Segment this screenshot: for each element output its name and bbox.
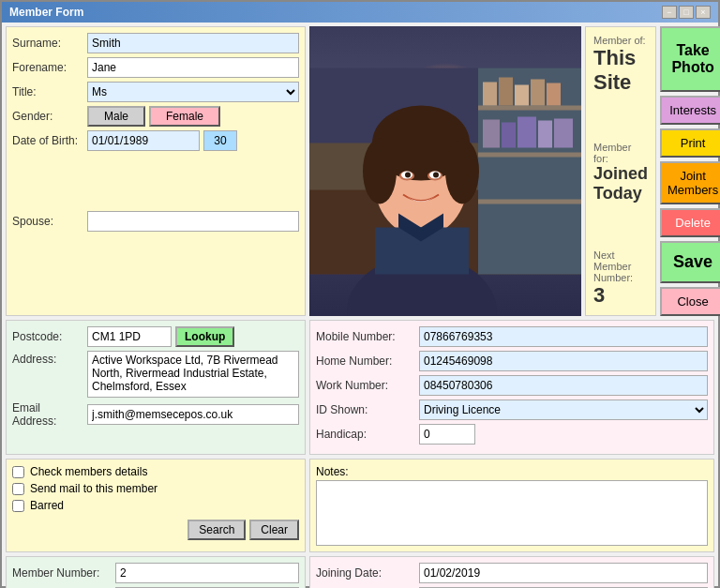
titlebar-buttons: − □ × (662, 6, 711, 19)
handicap-row: Handicap: (316, 424, 708, 445)
svg-point-21 (363, 139, 397, 204)
title-row: Title: MsMrMrsMissDr (12, 82, 299, 102)
member-site: This Site (593, 46, 648, 95)
forename-input[interactable] (87, 57, 299, 78)
svg-rect-5 (478, 153, 581, 158)
action-buttons: Search Clear (12, 520, 299, 540)
member-details-panel: Member Number: Card Number: Membership T… (6, 556, 306, 588)
check2-row: Send mail to this member (12, 482, 299, 495)
contact-panel: Mobile Number: Home Number: Work Number:… (309, 320, 714, 455)
email-input[interactable] (87, 404, 299, 425)
notes-label: Notes: (316, 465, 708, 478)
next-member-label: Next Member Number: (593, 249, 648, 283)
maximize-button[interactable]: □ (679, 6, 694, 19)
forename-label: Forename: (12, 61, 87, 74)
svg-rect-11 (547, 83, 561, 106)
notes-textarea[interactable] (316, 480, 708, 546)
joint-members-button[interactable]: Joint Members (660, 161, 720, 204)
interests-button[interactable]: Interests (660, 96, 720, 125)
mobile-input[interactable] (419, 326, 708, 347)
address-row: Address: Active Workspace Ltd, 7B Riverm… (12, 351, 299, 398)
member-info-panel: Member of: This Site Member for: Joined … (585, 26, 656, 316)
joining-date-row: Joining Date: (316, 563, 708, 583)
svg-point-28 (433, 173, 439, 178)
middle-section: Postcode: Lookup Address: Active Workspa… (6, 320, 714, 455)
forename-row: Forename: (12, 57, 299, 78)
check-barred-checkbox[interactable] (12, 500, 24, 512)
print-button[interactable]: Print (660, 128, 720, 158)
id-select[interactable]: Driving LicencePassportOther (419, 400, 708, 420)
title-select[interactable]: MsMrMrsMissDr (87, 82, 299, 102)
work-input[interactable] (419, 375, 708, 396)
check3-row: Barred (12, 499, 299, 512)
female-button[interactable]: Female (149, 106, 220, 127)
address-textarea[interactable]: Active Workspace Ltd, 7B Rivermead North… (87, 351, 299, 398)
search-button[interactable]: Search (188, 520, 246, 540)
email-row: Email Address: (12, 401, 299, 428)
svg-rect-9 (515, 85, 529, 106)
work-label: Work Number: (316, 379, 419, 392)
right-buttons-panel: Take Photo Interests Print Joint Members… (660, 26, 720, 316)
member-number-input[interactable] (115, 563, 299, 583)
check3-label: Barred (30, 499, 64, 512)
member-for-label: Member for: (593, 142, 648, 164)
take-photo-button[interactable]: Take Photo (660, 26, 720, 92)
title-label: Title: (12, 85, 87, 98)
svg-rect-8 (499, 78, 513, 106)
svg-point-22 (445, 139, 479, 204)
spouse-input[interactable] (87, 211, 299, 232)
check2-label: Send mail to this member (30, 482, 158, 495)
surname-input[interactable] (87, 33, 299, 53)
minimize-button[interactable]: − (662, 6, 677, 19)
home-label: Home Number: (316, 354, 419, 368)
email-label: Email Address: (12, 401, 87, 428)
member-photo (309, 26, 581, 316)
id-row: ID Shown: Driving LicencePassportOther (316, 400, 708, 420)
photo-spacer (12, 155, 299, 211)
mobile-row: Mobile Number: (316, 326, 708, 347)
address-label: Address: (12, 351, 87, 366)
close-button[interactable]: × (696, 6, 711, 19)
top-section: Surname: Forename: Title: MsMrMrsMissDr … (6, 26, 714, 316)
postcode-label: Postcode: (12, 330, 87, 343)
check-details-checkbox[interactable] (12, 466, 24, 478)
svg-rect-4 (478, 106, 581, 111)
main-content: Surname: Forename: Title: MsMrMrsMissDr … (2, 23, 718, 588)
gender-row: Gender: Male Female (12, 106, 299, 127)
member-number-row: Member Number: (12, 563, 299, 583)
mobile-label: Mobile Number: (316, 330, 419, 343)
id-label: ID Shown: (316, 403, 419, 416)
delete-button[interactable]: Delete (660, 208, 720, 237)
home-input[interactable] (419, 351, 708, 371)
clear-button[interactable]: Clear (249, 520, 299, 540)
check1-row: Check members details (12, 465, 299, 478)
postcode-row: Postcode: Lookup (12, 326, 299, 347)
close-member-button[interactable]: Close (660, 287, 720, 316)
age-input[interactable] (203, 130, 237, 151)
check1-label: Check members details (30, 465, 147, 478)
dob-input[interactable] (87, 130, 200, 151)
next-member-num: 3 (593, 283, 648, 308)
spouse-row: Spouse: (12, 211, 299, 232)
member-number-label: Member Number: (12, 566, 115, 580)
handicap-input[interactable] (419, 424, 475, 445)
postcode-input[interactable] (87, 326, 172, 347)
male-button[interactable]: Male (87, 106, 145, 127)
save-button[interactable]: Save (660, 241, 720, 283)
gender-label: Gender: (12, 110, 87, 123)
svg-rect-7 (483, 83, 497, 106)
checks-panel: Check members details Send mail to this … (6, 459, 306, 552)
svg-rect-6 (478, 200, 581, 204)
titlebar: Member Form − □ × (2, 2, 718, 23)
personal-panel: Surname: Forename: Title: MsMrMrsMissDr … (6, 26, 306, 316)
member-of-label: Member of: (593, 35, 648, 46)
notes-section: Check members details Send mail to this … (6, 459, 714, 552)
dates-panel: Joining Date: Renewal Date: Expiry Date:… (309, 556, 714, 588)
check-mail-checkbox[interactable] (12, 483, 24, 495)
joining-date-input[interactable] (419, 563, 708, 583)
dob-row: Date of Birth: (12, 130, 299, 151)
window-title: Member Form (9, 6, 83, 19)
lookup-button[interactable]: Lookup (175, 326, 234, 347)
svg-rect-13 (502, 123, 516, 148)
svg-rect-16 (554, 119, 573, 148)
